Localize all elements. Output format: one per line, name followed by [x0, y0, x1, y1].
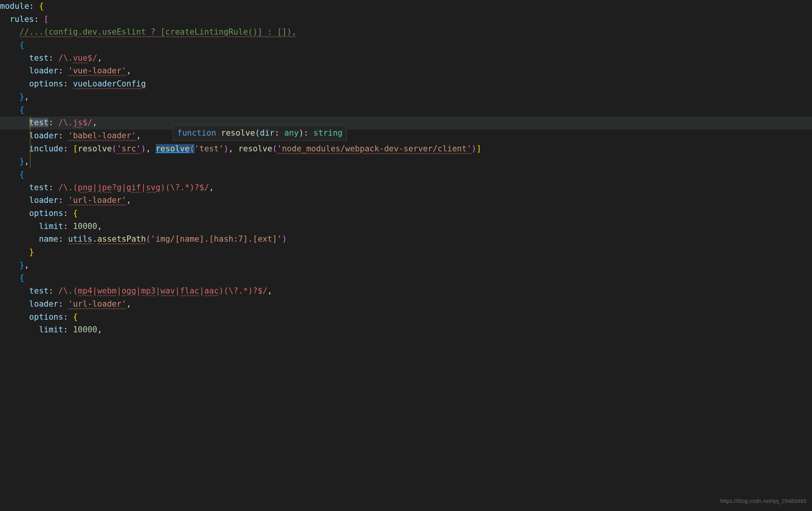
token-regex: g — [117, 183, 122, 192]
hover-tooltip: function resolve(dir: any): string — [173, 125, 347, 141]
token-key: rules — [10, 15, 34, 24]
token-key: options — [29, 79, 63, 88]
token-key: name — [39, 234, 58, 244]
hover-type: any — [284, 128, 299, 138]
token-number: 10000 — [73, 325, 97, 334]
token-identifier: vueLoaderConfig — [73, 79, 146, 88]
token-regex: $/ — [83, 118, 92, 127]
token-string: 'vue-loader' — [68, 66, 126, 75]
token-comment: //...(config.dev.useEslint ? [createLint… — [20, 27, 297, 36]
code-line[interactable]: }, — [0, 91, 812, 104]
code-line[interactable]: { — [0, 272, 812, 285]
code-line[interactable]: }, — [0, 259, 812, 272]
token-regex: jpe — [97, 183, 112, 192]
token-regex: mp3 — [141, 286, 156, 295]
token-regex: ? — [112, 183, 117, 192]
code-line[interactable]: } — [0, 246, 812, 259]
token-function: resolve — [78, 144, 112, 153]
token-regex: js — [73, 118, 83, 127]
code-line[interactable]: module: { — [0, 0, 812, 13]
token-regex: wav — [160, 286, 175, 295]
token-function: resolve — [238, 144, 273, 153]
token-string: 'test' — [195, 144, 224, 153]
code-line[interactable]: { — [0, 168, 812, 181]
token-regex: webm — [97, 286, 117, 295]
token-function: assetsPath — [97, 234, 146, 244]
code-line[interactable]: test: /\.(mp4|webm|ogg|mp3|wav|flac|aac)… — [0, 285, 812, 298]
token-regex: mp4 — [78, 286, 92, 295]
token-regex: /\. — [58, 118, 73, 127]
hover-return-type: string — [313, 128, 343, 138]
token-regex: /\.( — [58, 183, 78, 192]
token-number: 10000 — [73, 222, 97, 231]
token-key: test — [29, 118, 49, 127]
token-string: 'url-loader' — [68, 299, 126, 309]
token-key: options — [29, 312, 63, 322]
code-line-active[interactable]: test: /\.js$/, — [0, 116, 812, 129]
code-line[interactable]: options: { — [0, 207, 812, 220]
token-string: 'src' — [117, 144, 141, 153]
token-string: 'img/[name].[hash:7].[ext]' — [151, 234, 282, 244]
token-key: limit — [39, 325, 63, 334]
token-key: loader — [29, 196, 58, 205]
code-line[interactable]: test: /\.(png|jpe?g|gif|svg)(\?.*)?$/, — [0, 181, 812, 194]
code-line[interactable]: options: { — [0, 311, 812, 324]
code-line[interactable]: include: [resolve('src'), resolve('test'… — [0, 143, 812, 156]
code-line[interactable]: limit: 10000, — [0, 220, 812, 233]
token-key: include — [29, 144, 63, 153]
token-regex: )(\?.*)?$/ — [160, 183, 209, 192]
code-line[interactable]: { — [0, 104, 812, 117]
token-key: options — [29, 209, 63, 218]
token-key: limit — [39, 222, 63, 231]
code-line[interactable]: { — [0, 39, 812, 52]
code-line[interactable]: rules: [ — [0, 13, 812, 26]
token-function-selected[interactable]: resolve — [156, 144, 190, 153]
token-regex: $/ — [88, 53, 97, 63]
code-line[interactable]: //...(config.dev.useEslint ? [createLint… — [0, 26, 812, 39]
token-string: 'url-loader' — [68, 196, 126, 205]
token-key: loader — [29, 131, 58, 140]
token-regex: flac — [180, 286, 200, 295]
token-string: 'babel-loader' — [68, 131, 136, 140]
code-line[interactable]: name: utils.assetsPath('img/[name].[hash… — [0, 233, 812, 246]
token-regex: vue — [73, 53, 88, 63]
token-identifier: utils — [68, 234, 92, 244]
token-regex: /\. — [58, 53, 73, 63]
code-line[interactable]: test: /\.vue$/, — [0, 52, 812, 65]
code-line[interactable]: limit: 10000, — [0, 324, 812, 337]
token-key: module — [0, 2, 29, 11]
code-line[interactable]: options: vueLoaderConfig — [0, 78, 812, 91]
code-line[interactable]: loader: 'url-loader', — [0, 194, 812, 207]
token-regex: png — [78, 183, 92, 192]
token-string: 'node_modules/webpack-dev-server/client' — [277, 144, 472, 153]
hover-param: dir — [260, 128, 275, 138]
code-line[interactable]: loader: 'vue-loader', — [0, 65, 812, 78]
hover-fn-name: resolve — [221, 128, 255, 138]
token-key: test — [29, 286, 49, 295]
code-line[interactable]: loader: 'url-loader', — [0, 298, 812, 311]
token-regex: ogg — [121, 286, 136, 295]
token-regex: aac — [204, 286, 219, 295]
code-line[interactable]: }, — [0, 155, 812, 168]
token-regex: svg — [146, 183, 160, 192]
token-regex: )(\?.*)?$/ — [219, 286, 267, 295]
token-key: test — [29, 53, 49, 63]
hover-keyword: function — [177, 128, 216, 138]
token-regex: /\.( — [58, 286, 78, 295]
watermark: https://blog.csdn.net/qq_29483485 — [720, 495, 807, 508]
token-key: test — [29, 183, 49, 192]
token-key: loader — [29, 66, 58, 75]
token-key: loader — [29, 299, 58, 309]
token-regex: gif — [126, 183, 141, 192]
code-line[interactable]: loader: 'babel-loader', — [0, 129, 812, 143]
code-editor[interactable]: module: { rules: [ //...(config.dev.useE… — [0, 0, 812, 337]
